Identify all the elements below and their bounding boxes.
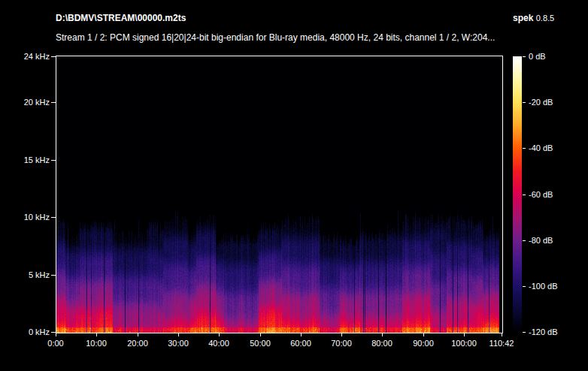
x-axis-label: 0:00 [47,339,63,348]
y-axis-tick [51,160,56,161]
x-axis-label: 40:00 [208,339,229,348]
stream-info: Stream 1 / 2: PCM signed 16|20|24-bit bi… [56,32,495,43]
y-axis-label: 10 kHz [0,213,50,222]
legend-label: -40 dB [529,143,553,152]
legend-label: -60 dB [529,190,553,199]
x-axis-label: 90:00 [413,339,434,348]
x-axis-label: 10:00 [86,339,107,348]
x-axis-label: 100:00 [451,339,477,348]
legend-label: -80 dB [529,236,553,245]
x-axis-label: 80:00 [371,339,393,348]
legend-label: -120 dB [529,327,558,336]
y-axis-tick [51,56,56,57]
y-axis-tick [51,332,56,333]
x-axis-label: 110:42 [489,339,514,348]
x-axis-tick [260,333,261,336]
y-axis-label: 5 kHz [0,270,50,279]
x-axis-label: 50:00 [250,339,271,348]
legend-tick [523,286,526,287]
legend-tick [523,195,526,195]
app-name: spek [513,13,533,23]
y-axis-label: 24 kHz [0,52,50,61]
y-axis-tick [51,102,56,103]
y-axis-tick [51,217,56,218]
x-axis-tick [464,333,465,336]
x-axis-tick [178,333,179,336]
legend-label: 0 dB [529,52,546,61]
spectrogram-canvas [56,56,502,333]
legend-tick [523,240,526,241]
x-axis-tick [423,333,424,336]
x-axis-tick [301,333,302,336]
legend-label: -20 dB [529,98,553,107]
spek-window: { "app": { "title": "D:\\BDMV\\STREAM\\0… [0,0,588,371]
legend-gradient-canvas [513,56,522,333]
x-axis-label: 60:00 [290,339,311,348]
y-axis-tick [51,275,56,276]
x-axis-tick [96,333,97,336]
x-axis-label: 20:00 [127,339,148,348]
x-axis-tick [382,333,383,336]
spectrogram-plot [56,56,503,333]
legend-tick [523,56,526,57]
y-axis-label: 20 kHz [0,98,50,107]
x-axis-label: 70:00 [331,339,352,348]
x-axis-tick [56,333,56,336]
legend-tick [523,332,526,333]
x-axis-tick [219,333,220,336]
x-axis-tick [341,333,342,336]
legend-label: -100 dB [529,282,558,291]
x-axis-label: 30:00 [168,339,189,348]
app-version: 0.8.5 [536,14,554,23]
x-axis-tick [138,333,138,336]
app-brand: spek 0.8.5 [513,13,554,23]
y-axis-label: 15 kHz [0,155,50,164]
legend-tick [523,102,526,103]
x-axis-tick [502,333,502,336]
file-path-title: D:\BDMV\STREAM\00000.m2ts [56,13,186,23]
y-axis-label: 0 kHz [0,327,50,336]
legend-tick [523,148,526,149]
